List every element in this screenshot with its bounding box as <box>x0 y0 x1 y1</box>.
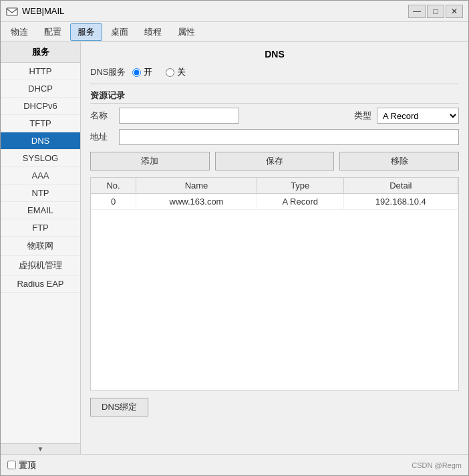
table-header-No.: No. <box>91 178 136 194</box>
table-row[interactable]: 0www.163.comA Record192.168.10.4 <box>91 194 458 210</box>
sidebar-item-DNS[interactable]: DNS <box>1 132 80 150</box>
remove-button[interactable]: 移除 <box>339 152 459 170</box>
type-label: 类型 <box>354 110 371 122</box>
radio-on-label[interactable]: 开 <box>132 66 152 78</box>
close-button[interactable]: ✕ <box>446 5 463 18</box>
dns-table: No.NameTypeDetail 0www.163.comA Record19… <box>91 178 458 210</box>
sidebar-item-FTP[interactable]: FTP <box>1 219 80 237</box>
address-row: 地址 <box>90 129 459 145</box>
dns-relay-area: DNS绑定 <box>90 398 459 416</box>
menu-item-绩程[interactable]: 绩程 <box>137 23 169 41</box>
sidebar-scroll-down[interactable]: ▼ <box>1 443 80 454</box>
sidebar-item-HTTP[interactable]: HTTP <box>1 63 80 80</box>
divider-1 <box>90 84 459 84</box>
window-title: WEB|MAIL <box>22 6 408 16</box>
sidebar-item-物联网[interactable]: 物联网 <box>1 237 80 256</box>
menu-item-物连[interactable]: 物连 <box>3 23 35 41</box>
sidebar-item-虚拟机管理[interactable]: 虚拟机管理 <box>1 256 80 275</box>
sidebar-scroll: HTTPDHCPDHCPv6TFTPDNSSYSLOGAAANTPEMAILFT… <box>1 63 80 443</box>
dns-table-container: No.NameTypeDetail 0www.163.comA Record19… <box>90 177 459 391</box>
address-label: 地址 <box>90 131 114 143</box>
svg-rect-0 <box>7 8 17 15</box>
sidebar-item-SYSLOG[interactable]: SYSLOG <box>1 150 80 167</box>
action-buttons-row: 添加 保存 移除 <box>90 152 459 170</box>
bottom-bar: 置顶 CSDN @Regm <box>1 454 468 475</box>
sidebar-item-AAA[interactable]: AAA <box>1 167 80 185</box>
sidebar-item-NTP[interactable]: NTP <box>1 185 80 202</box>
minimize-button[interactable]: — <box>408 5 426 18</box>
radio-on[interactable] <box>132 68 141 77</box>
sidebar-item-DHCPv6[interactable]: DHCPv6 <box>1 98 80 115</box>
panel-title: DNS <box>90 49 459 60</box>
table-cell-detail: 192.168.10.4 <box>343 194 458 210</box>
pin-label: 置顶 <box>19 459 36 471</box>
name-input[interactable] <box>119 108 239 124</box>
dns-service-label: DNS服务 <box>90 66 127 78</box>
table-cell-no: 0 <box>91 194 136 210</box>
table-body: 0www.163.comA Record192.168.10.4 <box>91 194 458 210</box>
table-cell-name: www.163.com <box>136 194 257 210</box>
radio-off-text: 关 <box>177 66 186 78</box>
sidebar-item-DHCP[interactable]: DHCP <box>1 80 80 98</box>
table-cell-type: A Record <box>257 194 343 210</box>
add-button[interactable]: 添加 <box>90 152 210 170</box>
sidebar-header: 服务 <box>1 42 80 63</box>
pin-checkbox-label[interactable]: 置顶 <box>7 459 36 471</box>
sidebar-item-EMAIL[interactable]: EMAIL <box>1 202 80 219</box>
main-panel: DNS DNS服务 开 关 资源记录 <box>81 42 468 454</box>
radio-on-text: 开 <box>144 66 152 78</box>
sidebar-item-TFTP[interactable]: TFTP <box>1 115 80 132</box>
menu-bar: 物连配置服务桌面绩程属性 <box>1 22 468 42</box>
title-bar: WEB|MAIL — □ ✕ <box>1 1 468 22</box>
dns-radio-group: 开 关 <box>132 66 186 78</box>
resources-header: 资源记录 <box>90 90 459 104</box>
name-label: 名称 <box>90 110 114 122</box>
sidebar: 服务 HTTPDHCPDHCPv6TFTPDNSSYSLOGAAANTPEMAI… <box>1 42 81 454</box>
address-input[interactable] <box>119 129 459 145</box>
radio-off[interactable] <box>166 68 174 77</box>
app-icon <box>6 5 18 17</box>
pin-checkbox[interactable] <box>7 461 16 469</box>
table-header-Type: Type <box>257 178 343 194</box>
main-window: WEB|MAIL — □ ✕ 物连配置服务桌面绩程属性 服务 HTTPDHCPD… <box>0 0 469 476</box>
sidebar-item-Radius EAP[interactable]: Radius EAP <box>1 275 80 293</box>
menu-item-属性[interactable]: 属性 <box>170 23 202 41</box>
watermark: CSDN @Regm <box>412 461 462 469</box>
content-area: 服务 HTTPDHCPDHCPv6TFTPDNSSYSLOGAAANTPEMAI… <box>1 42 468 454</box>
window-controls: — □ ✕ <box>408 5 463 18</box>
dns-service-row: DNS服务 开 关 <box>90 66 459 78</box>
menu-item-配置[interactable]: 配置 <box>37 23 69 41</box>
type-select[interactable]: A RecordCNAME RecordMX RecordNS RecordPT… <box>377 108 459 124</box>
radio-off-label[interactable]: 关 <box>166 66 186 78</box>
table-header-row: No.NameTypeDetail <box>91 178 458 194</box>
maximize-button[interactable]: □ <box>427 5 444 18</box>
table-header-Name: Name <box>136 178 257 194</box>
dns-relay-button[interactable]: DNS绑定 <box>90 398 148 416</box>
table-header-Detail: Detail <box>343 178 458 194</box>
name-type-row: 名称 类型 A RecordCNAME RecordMX RecordNS Re… <box>90 108 459 124</box>
menu-item-桌面[interactable]: 桌面 <box>104 23 136 41</box>
save-button[interactable]: 保存 <box>215 152 335 170</box>
menu-item-服务[interactable]: 服务 <box>70 23 102 41</box>
